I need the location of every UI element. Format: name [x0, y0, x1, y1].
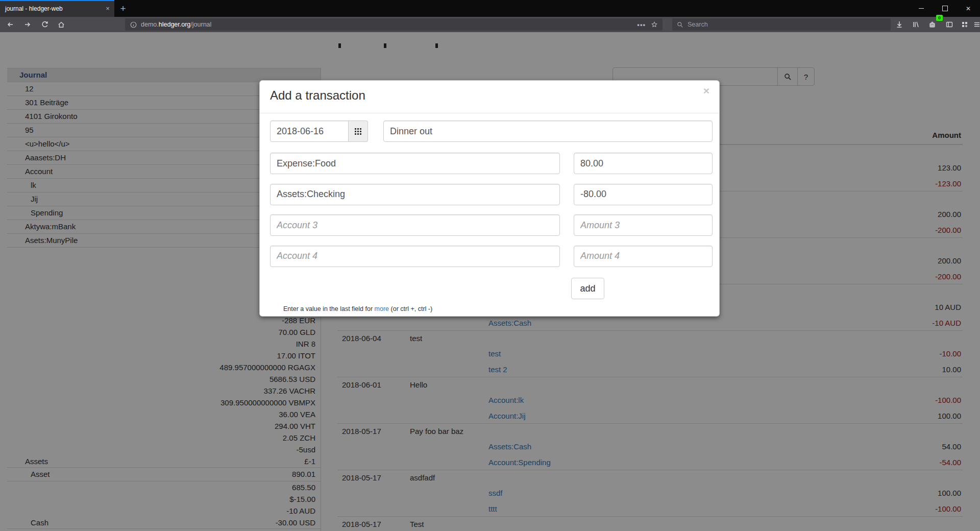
- grid-plus-icon: [961, 20, 969, 29]
- forward-icon: [23, 20, 32, 29]
- modal-hint: Enter a value in the last field for more…: [283, 305, 432, 312]
- amount-input-3[interactable]: [574, 214, 713, 236]
- sidebars-button[interactable]: [942, 17, 957, 32]
- new-tab-button[interactable]: +: [114, 0, 132, 17]
- extension-icon: [928, 20, 937, 29]
- account-input-4[interactable]: [270, 246, 560, 267]
- close-button[interactable]: ✕: [957, 0, 980, 17]
- calendar-grid-icon: [355, 128, 361, 135]
- modal-title: Add a transaction: [270, 88, 365, 103]
- modal-posting-row: [260, 214, 719, 236]
- url-prefix: demo.: [141, 21, 159, 28]
- sidebar-toggle-icon: [945, 20, 953, 29]
- downloads-button[interactable]: [892, 17, 906, 32]
- minimize-icon: [919, 8, 924, 9]
- modal-posting-row: [260, 246, 719, 267]
- browser-chrome: journal - hledger-web × + ✕ demo.hledger…: [0, 0, 980, 32]
- search-placeholder: Search: [688, 21, 708, 28]
- search-bar[interactable]: Search: [672, 18, 891, 31]
- back-button[interactable]: [3, 17, 17, 32]
- home-icon: [57, 20, 65, 29]
- bookmark-star-icon[interactable]: [651, 21, 658, 28]
- url-domain: hledger.org: [159, 21, 191, 28]
- search-icon: [677, 21, 683, 28]
- reload-button[interactable]: [38, 17, 52, 32]
- account-input-2[interactable]: [270, 184, 560, 205]
- site-info-icon[interactable]: [130, 21, 137, 29]
- download-icon: [895, 20, 903, 29]
- modal-posting-row: [260, 184, 719, 205]
- amount-input-2[interactable]: [574, 184, 713, 205]
- browser-tab[interactable]: journal - hledger-web ×: [0, 0, 114, 17]
- date-group: [270, 120, 368, 142]
- url-bar[interactable]: demo.hledger.org/journal •••: [125, 18, 663, 31]
- account-input-1[interactable]: [270, 153, 560, 174]
- tab-bar: journal - hledger-web × + ✕: [0, 0, 980, 17]
- amount-input-1[interactable]: [574, 153, 713, 174]
- maximize-icon: [942, 6, 948, 11]
- minimize-button[interactable]: [910, 0, 933, 17]
- tab-close-icon[interactable]: ×: [101, 5, 114, 12]
- date-picker-button[interactable]: [349, 120, 368, 142]
- reload-icon: [41, 20, 49, 29]
- page-viewport: Journal12301 Beiträge4101 Girokonto95<u>…: [0, 32, 980, 531]
- modal-header: Add a transaction ×: [260, 81, 719, 113]
- home-button[interactable]: [54, 17, 68, 32]
- forward-button[interactable]: [20, 17, 35, 32]
- tab-strip-spacer: [132, 0, 910, 17]
- page-actions-icon[interactable]: •••: [637, 21, 646, 29]
- extension-button[interactable]: 0: [925, 17, 939, 32]
- date-input[interactable]: [270, 120, 349, 142]
- add-button[interactable]: add: [571, 278, 604, 299]
- more-link[interactable]: more: [375, 305, 389, 312]
- modal-close-icon[interactable]: ×: [703, 85, 709, 97]
- description-input[interactable]: [383, 120, 713, 142]
- menu-button[interactable]: [970, 17, 980, 32]
- tab-title: journal - hledger-web: [0, 5, 101, 12]
- modal-posting-row: [260, 153, 719, 174]
- amount-input-4[interactable]: [574, 246, 713, 267]
- navigation-toolbar: demo.hledger.org/journal ••• Search 0: [0, 17, 980, 32]
- library-button[interactable]: [909, 17, 923, 32]
- hamburger-icon: [973, 20, 980, 29]
- back-icon: [6, 20, 14, 29]
- url-path: /journal: [190, 21, 211, 28]
- account-input-3[interactable]: [270, 214, 560, 236]
- add-transaction-modal: Add a transaction × add Enter a value in…: [259, 80, 720, 317]
- posting-rows: [260, 153, 719, 276]
- library-icon: [912, 20, 920, 29]
